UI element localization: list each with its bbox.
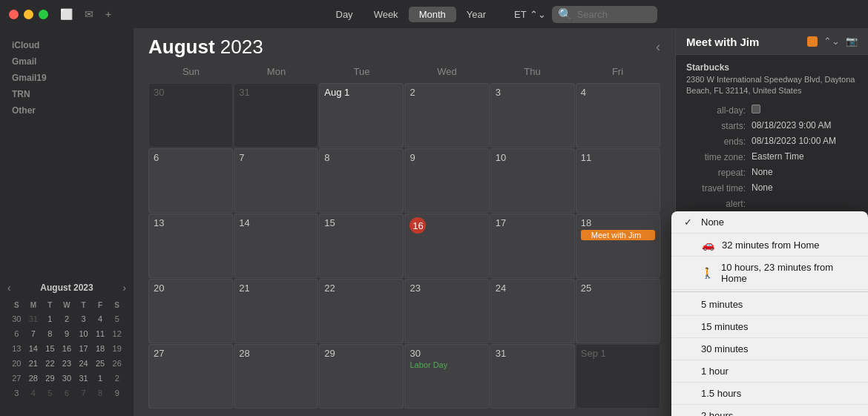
mini-cal-day[interactable]: 5 [109,312,125,326]
cal-cell-aug1[interactable]: Aug 1 [319,83,404,148]
cal-cell-aug9[interactable]: 9 [404,148,489,213]
fullscreen-button[interactable] [39,10,48,19]
dropdown-item-2hr[interactable]: 2 hours [671,405,868,416]
allday-checkbox[interactable] [752,105,760,113]
cal-cell-aug24[interactable]: 24 [490,279,575,343]
cal-cell-aug31[interactable]: 31 [490,344,575,409]
mini-cal-day[interactable]: 7 [26,327,42,340]
mini-cal-day[interactable]: 15 [42,342,58,355]
dropdown-item-1-5hr[interactable]: 1.5 hours [671,383,868,405]
cal-cell-aug28[interactable]: 28 [234,344,318,409]
mini-cal-day[interactable]: 9 [109,386,125,400]
cal-cell-aug8[interactable]: 8 [319,148,404,213]
cal-cell-aug10[interactable]: 10 [490,148,575,213]
window-icon[interactable]: ⬜ [60,8,73,20]
dropdown-item-car[interactable]: 🚗 32 minutes from Home [671,234,868,257]
cal-cell-jul31[interactable]: 31 [234,83,318,148]
mini-cal-day[interactable]: 2 [109,372,125,385]
cal-cell-aug18[interactable]: 18 Meet with Jim [576,214,660,278]
mini-cal-day[interactable]: 5 [42,386,58,400]
travel-value[interactable]: None [752,182,773,193]
cal-cell-aug13[interactable]: 13 [148,214,233,278]
tab-week[interactable]: Week [364,7,409,22]
cal-cell-aug7[interactable]: 7 [234,148,318,213]
cal-cell-aug27[interactable]: 27 [148,344,233,409]
mini-cal-day[interactable]: 31 [76,372,91,385]
dropdown-item-30min[interactable]: 30 minutes [671,338,868,360]
mini-cal-day[interactable]: 21 [26,357,42,370]
cal-cell-aug20[interactable]: 20 [148,279,233,343]
mini-cal-next[interactable]: › [122,282,126,294]
cal-cell-sep1[interactable]: Sep 1 [576,344,660,409]
mini-cal-day[interactable]: 12 [109,327,125,340]
mini-cal-day[interactable]: 8 [93,386,108,400]
mini-cal-day[interactable]: 3 [9,386,24,400]
mini-cal-day[interactable]: 29 [42,372,58,385]
tab-day[interactable]: Day [326,7,364,22]
mini-cal-day[interactable]: 7 [76,386,91,400]
mini-cal-day[interactable]: 25 [93,357,108,370]
cal-cell-aug4[interactable]: 4 [576,83,660,148]
timezone-selector[interactable]: ET ⌃⌄ [514,9,546,20]
mini-cal-day[interactable]: 27 [9,372,24,385]
add-icon[interactable]: + [105,8,111,20]
mini-cal-day[interactable]: 30 [59,372,75,385]
dropdown-item-5min[interactable]: 5 minutes [671,294,868,316]
cal-cell-jun30[interactable]: 30 [148,83,233,148]
mini-cal-day[interactable]: 30 [9,312,24,326]
dropdown-item-1hr[interactable]: 1 hour [671,360,868,383]
cal-cell-aug22[interactable]: 22 [319,279,404,343]
search-bar[interactable]: 🔍 [552,6,657,23]
event-edit-icon[interactable]: ⌃⌄ [823,36,840,47]
mini-cal-day[interactable]: 2 [59,312,75,326]
mini-cal-day[interactable]: 26 [109,357,125,370]
mini-cal-day[interactable]: 22 [42,357,58,370]
mini-cal-day[interactable]: 6 [59,386,75,400]
tab-year[interactable]: Year [456,7,496,22]
cal-cell-aug30[interactable]: 30 Labor Day [404,344,489,409]
mini-cal-day[interactable]: 23 [59,357,75,370]
mini-cal-day[interactable]: 16 [59,342,75,355]
mini-cal-day[interactable]: 10 [76,327,91,340]
cal-cell-aug21[interactable]: 21 [234,279,318,343]
mini-cal-day[interactable]: 28 [26,372,42,385]
mini-cal-day[interactable]: 14 [26,342,42,355]
close-button[interactable] [9,10,19,19]
event-meet-with-jim[interactable]: Meet with Jim [581,230,655,240]
sidebar-item-trn[interactable]: TRN [0,86,134,102]
mini-cal-day[interactable]: 8 [42,327,58,340]
cal-cell-aug14[interactable]: 14 [234,214,318,278]
minimize-button[interactable] [24,10,33,19]
mini-cal-day[interactable]: 3 [76,312,91,326]
mini-cal-day[interactable]: 6 [9,327,24,340]
mini-cal-day[interactable]: 1 [42,312,58,326]
tab-month[interactable]: Month [409,7,456,22]
mail-icon[interactable]: ✉ [85,8,93,20]
cal-cell-aug16[interactable]: 16 [404,214,489,278]
cal-cell-aug11[interactable]: 11 [576,148,660,213]
mini-cal-day[interactable]: 18 [93,342,108,355]
mini-cal-prev[interactable]: ‹ [7,282,11,294]
mini-cal-day[interactable]: 20 [9,357,24,370]
search-input[interactable] [577,9,651,20]
cal-cell-aug23[interactable]: 23 [404,279,489,343]
mini-cal-day[interactable]: 4 [93,312,108,326]
cal-cell-aug25[interactable]: 25 [576,279,660,343]
cal-cell-aug6[interactable]: 6 [148,148,233,213]
mini-cal-day[interactable]: 11 [93,327,108,340]
sidebar-item-icloud[interactable]: iCloud [0,37,134,53]
mini-cal-day[interactable]: 9 [59,327,75,340]
mini-cal-day[interactable]: 13 [9,342,24,355]
sidebar-item-other[interactable]: Other [0,102,134,119]
mini-cal-day[interactable]: 4 [26,386,42,400]
dropdown-item-walk[interactable]: 🚶 10 hours, 23 minutes from Home [671,257,868,290]
sidebar-item-gmail[interactable]: Gmail [0,53,134,70]
cal-cell-aug2[interactable]: 2 [404,83,489,148]
video-icon[interactable]: 📷 [846,36,858,47]
mini-cal-day[interactable]: 24 [76,357,91,370]
cal-cell-aug3[interactable]: 3 [490,83,575,148]
cal-cell-aug15[interactable]: 15 [319,214,404,278]
mini-cal-day[interactable]: 17 [76,342,91,355]
cal-prev-button[interactable]: ‹ [656,39,660,55]
travel-time-dropdown[interactable]: ✓ None 🚗 32 minutes from Home 🚶 10 hours… [671,211,868,416]
